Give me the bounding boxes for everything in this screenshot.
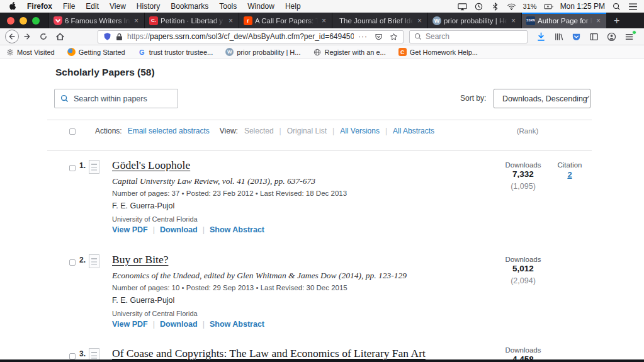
back-button[interactable] xyxy=(5,30,19,43)
menu-hamburger-icon[interactable] xyxy=(624,32,634,42)
paper-author-link[interactable]: F. E. Guerra-Pujol xyxy=(112,201,174,210)
wifi-icon[interactable] xyxy=(507,3,516,11)
paper-checkbox[interactable] xyxy=(69,259,76,266)
tab-close-icon[interactable]: × xyxy=(510,16,517,25)
download-link[interactable]: Download xyxy=(160,320,198,329)
citation-count-link[interactable]: 2 xyxy=(551,170,589,179)
tab-journal-brief-ideas[interactable]: The Journal of Brief Ideas × xyxy=(332,13,427,28)
tab-famous-writers[interactable]: 6 Famous Writers Injured W × xyxy=(48,13,144,28)
tab-author-page-active[interactable]: SSRN Author Page for F. E. Guer × xyxy=(521,13,606,28)
paper-checkbox[interactable] xyxy=(69,165,76,171)
tab-close-icon[interactable]: × xyxy=(133,16,140,25)
url-text[interactable]: https://papers.ssrn.com/sol3/cf_dev/AbsB… xyxy=(127,32,354,41)
tab-close-icon[interactable]: × xyxy=(227,16,234,25)
bookmark-getting-started[interactable]: Getting Started xyxy=(67,48,125,56)
menu-edit[interactable]: Edit xyxy=(86,2,99,11)
zoom-window-button[interactable] xyxy=(32,17,40,25)
spotlight-icon[interactable] xyxy=(612,3,621,11)
reddit-favicon: r xyxy=(244,16,252,25)
view-pdf-link[interactable]: View PDF xyxy=(112,225,148,234)
paper-title-link[interactable]: Of Coase and Copyrights: The Law and Eco… xyxy=(112,347,426,360)
show-abstract-link[interactable]: Show Abstract xyxy=(210,320,264,329)
tab-close-icon[interactable]: × xyxy=(595,16,602,25)
view-original-list-link[interactable]: Original List xyxy=(287,127,327,135)
account-icon[interactable] xyxy=(607,32,616,42)
select-all-checkbox[interactable] xyxy=(69,128,76,135)
view-pdf-link[interactable]: View PDF xyxy=(112,320,148,329)
page-actions-icon[interactable]: ··· xyxy=(358,33,368,40)
tab-label: Author Page for F. E. Guer xyxy=(538,17,592,25)
pocket-favicon xyxy=(54,16,62,25)
bookmark-homework-help[interactable]: C Get Homework Help... xyxy=(398,48,478,56)
tab-prior-probability[interactable]: W prior probability | Hey, wh × xyxy=(427,13,521,28)
new-tab-button[interactable]: + xyxy=(606,13,627,28)
wordpress-icon: W xyxy=(225,48,234,56)
tab-call-for-papers[interactable]: r A Call For Papers: The Re × xyxy=(239,13,332,28)
downloads-count: 7,332 xyxy=(498,169,548,179)
menu-bar-status-area: 31% Mon 1:25 PM xyxy=(458,2,638,11)
show-abstract-link[interactable]: Show Abstract xyxy=(210,225,264,234)
paper-meta: Number of pages: 37 • Posted: 23 Feb 201… xyxy=(112,189,347,197)
tab-close-icon[interactable]: × xyxy=(416,16,423,25)
apple-menu-icon[interactable] xyxy=(9,2,17,11)
menu-view[interactable]: View xyxy=(110,2,126,11)
library-icon[interactable] xyxy=(554,32,563,42)
url-bar[interactable]: https://papers.ssrn.com/sol3/cf_dev/AbsB… xyxy=(98,30,404,43)
view-selected-link[interactable]: Selected xyxy=(244,127,274,135)
bluetooth-icon[interactable] xyxy=(490,3,500,11)
downloads-icon[interactable] xyxy=(536,32,546,42)
time-machine-icon[interactable] xyxy=(474,3,483,11)
tab-close-icon[interactable]: × xyxy=(320,16,327,25)
bookmark-star-icon[interactable] xyxy=(390,33,398,41)
sort-value: Downloads, Descending xyxy=(502,94,587,103)
bookmark-register[interactable]: Register with an e... xyxy=(314,48,386,56)
browser-toolbar: https://papers.ssrn.com/sol3/cf_dev/AbsB… xyxy=(0,28,644,45)
tab-petition[interactable]: C. Petition · Libertad y demo × xyxy=(144,13,239,28)
separator: | xyxy=(280,127,281,135)
menu-firefox[interactable]: Firefox xyxy=(27,2,52,11)
reload-button[interactable] xyxy=(39,32,48,41)
browser-search-box[interactable] xyxy=(409,30,528,43)
battery-charging-icon[interactable] xyxy=(544,3,553,11)
search-input[interactable] xyxy=(426,32,523,41)
menu-file[interactable]: File xyxy=(63,2,75,11)
menu-history[interactable]: History xyxy=(137,2,160,11)
airplay-icon[interactable] xyxy=(458,3,467,11)
citation-label: Citation xyxy=(551,159,589,169)
sort-dropdown[interactable]: Downloads, Descending xyxy=(494,89,590,108)
notification-center-icon[interactable] xyxy=(628,3,638,11)
bookmark-prior-probability[interactable]: W prior probability | H... xyxy=(225,48,300,56)
minimize-window-button[interactable] xyxy=(20,17,27,25)
pocket-icon[interactable] xyxy=(572,32,581,42)
email-abstracts-link[interactable]: Email selected abstracts xyxy=(128,127,210,135)
macos-menu-bar: Firefox File Edit View History Bookmarks… xyxy=(0,0,644,13)
search-within-papers-box[interactable] xyxy=(54,89,178,108)
menu-window[interactable]: Window xyxy=(247,2,274,11)
paper-title-link[interactable]: Gödel's Loophole xyxy=(112,159,190,172)
forward-button[interactable] xyxy=(23,32,31,41)
close-window-button[interactable] xyxy=(7,17,14,25)
change-org-favicon: C. xyxy=(149,16,158,25)
battery-percentage: 31% xyxy=(523,3,537,10)
bookmark-most-visited[interactable]: Most Visited xyxy=(6,48,55,56)
paper-author-link[interactable]: F. E. Guerra-Pujol xyxy=(112,296,174,305)
paper-journal: Capital University Law Review, vol. 41 (… xyxy=(112,176,315,186)
separator: | xyxy=(153,225,155,234)
tracking-protection-shield-icon[interactable] xyxy=(103,32,111,41)
paper-checkbox[interactable] xyxy=(69,353,76,359)
search-within-papers-input[interactable] xyxy=(74,94,172,103)
home-button[interactable] xyxy=(55,32,65,41)
save-to-pocket-icon[interactable] xyxy=(375,33,383,41)
download-link[interactable]: Download xyxy=(160,225,198,234)
view-all-abstracts-link[interactable]: All Abstracts xyxy=(393,127,434,135)
paper-meta: Number of pages: 10 • Posted: 29 Sep 201… xyxy=(112,284,347,291)
paper-title-link[interactable]: Buy or Bite? xyxy=(112,253,168,266)
sidebar-icon[interactable] xyxy=(589,32,599,42)
menu-help[interactable]: Help xyxy=(285,2,301,11)
view-all-versions-link[interactable]: All Versions xyxy=(340,127,380,135)
bookmark-trust-trustor[interactable]: G trust trustor trustee... xyxy=(138,48,213,56)
menu-bar-clock[interactable]: Mon 1:25 PM xyxy=(560,2,605,11)
menu-tools[interactable]: Tools xyxy=(219,2,237,11)
menu-bookmarks[interactable]: Bookmarks xyxy=(171,2,208,11)
bookmark-label: prior probability | H... xyxy=(237,48,300,56)
